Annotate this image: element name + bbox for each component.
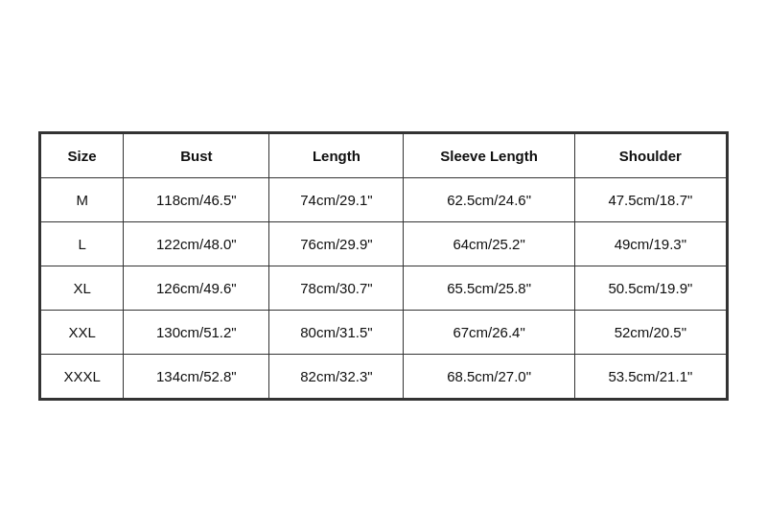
header-bust: Bust xyxy=(124,134,269,178)
table-row: XXL130cm/51.2"80cm/31.5"67cm/26.4"52cm/2… xyxy=(41,311,727,355)
table-row: L122cm/48.0"76cm/29.9"64cm/25.2"49cm/19.… xyxy=(41,222,727,266)
cell-shoulder: 50.5cm/19.9" xyxy=(574,266,726,311)
cell-size: XXXL xyxy=(41,355,124,399)
cell-size: M xyxy=(41,178,124,222)
header-length: Length xyxy=(269,134,404,178)
size-chart-container: Size Bust Length Sleeve Length Shoulder … xyxy=(38,131,729,401)
cell-size: XL xyxy=(41,266,124,311)
cell-shoulder: 53.5cm/21.1" xyxy=(574,355,726,399)
cell-length: 78cm/30.7" xyxy=(269,266,404,311)
cell-bust: 130cm/51.2" xyxy=(124,311,269,355)
cell-length: 82cm/32.3" xyxy=(269,355,404,399)
cell-size: L xyxy=(41,222,124,266)
cell-length: 76cm/29.9" xyxy=(269,222,404,266)
header-sleeve-length: Sleeve Length xyxy=(404,134,574,178)
table-row: XL126cm/49.6"78cm/30.7"65.5cm/25.8"50.5c… xyxy=(41,266,727,311)
size-chart-table: Size Bust Length Sleeve Length Shoulder … xyxy=(40,133,727,399)
cell-sleeve-length: 62.5cm/24.6" xyxy=(404,178,574,222)
cell-shoulder: 52cm/20.5" xyxy=(574,311,726,355)
cell-sleeve-length: 65.5cm/25.8" xyxy=(404,266,574,311)
cell-length: 80cm/31.5" xyxy=(269,311,404,355)
cell-shoulder: 47.5cm/18.7" xyxy=(574,178,726,222)
cell-bust: 118cm/46.5" xyxy=(124,178,269,222)
table-header-row: Size Bust Length Sleeve Length Shoulder xyxy=(41,134,727,178)
table-row: M118cm/46.5"74cm/29.1"62.5cm/24.6"47.5cm… xyxy=(41,178,727,222)
cell-size: XXL xyxy=(41,311,124,355)
header-shoulder: Shoulder xyxy=(574,134,726,178)
cell-sleeve-length: 68.5cm/27.0" xyxy=(404,355,574,399)
cell-length: 74cm/29.1" xyxy=(269,178,404,222)
cell-sleeve-length: 67cm/26.4" xyxy=(404,311,574,355)
cell-sleeve-length: 64cm/25.2" xyxy=(404,222,574,266)
cell-bust: 122cm/48.0" xyxy=(124,222,269,266)
table-row: XXXL134cm/52.8"82cm/32.3"68.5cm/27.0"53.… xyxy=(41,355,727,399)
cell-shoulder: 49cm/19.3" xyxy=(574,222,726,266)
cell-bust: 126cm/49.6" xyxy=(124,266,269,311)
cell-bust: 134cm/52.8" xyxy=(124,355,269,399)
header-size: Size xyxy=(41,134,124,178)
